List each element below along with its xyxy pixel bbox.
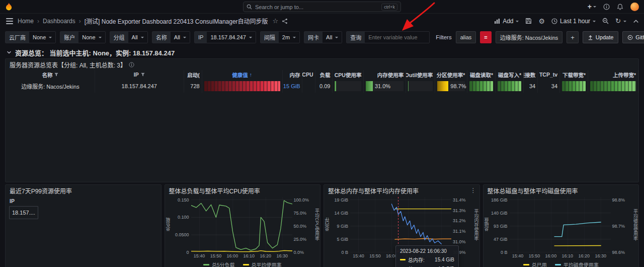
column-header[interactable]: 内存使用率 xyxy=(364,70,406,79)
column-header[interactable]: TCP_tv xyxy=(538,70,560,79)
disk-chart-panel: 整体总磁盘与整体平均磁盘使用率 总磁盘 186 GiB140 GiB93 GiB… xyxy=(483,184,639,267)
variable-label: 间隔 xyxy=(261,32,279,43)
variable-control[interactable]: 间隔2m xyxy=(260,31,300,43)
row-header[interactable]: 资源总览： 当前选中主机: None，实例: 18.157.84.247 xyxy=(0,46,644,58)
variable-control[interactable]: 分组All xyxy=(110,31,148,43)
user-avatar[interactable] xyxy=(630,3,639,11)
table-cell xyxy=(560,79,588,93)
panel-header[interactable]: 整体总负载与整体平均CPU使用率 xyxy=(165,185,320,196)
p99-ip-cell[interactable]: 18.157.... xyxy=(9,206,38,219)
search-shortcut: ctrl+k xyxy=(381,4,397,11)
panel-header[interactable]: 整体总内存与整体平均内存使用率 xyxy=(324,185,479,196)
column-header[interactable]: 名称 xyxy=(6,70,95,79)
dashboard-settings-button[interactable]: ⚙ xyxy=(538,18,545,25)
variable-control[interactable]: 名称All xyxy=(152,31,190,43)
column-header[interactable]: CPU使用率 xyxy=(333,70,364,79)
legend-item[interactable]: 总平均使用率 xyxy=(243,261,282,267)
variable-value-dropdown[interactable]: None xyxy=(29,32,55,43)
column-header[interactable]: 内存 xyxy=(283,70,303,79)
grafana-dashboard: Search or jump to... ctrl+k + xyxy=(0,0,644,267)
bottom-panel-row: 最近7天P99资源使用率 IP 18.157.... 整体总负载与整体平均CPU… xyxy=(5,184,639,267)
filter-icon[interactable] xyxy=(141,73,145,77)
panel-title: 整体总内存与整体平均内存使用率 xyxy=(328,186,419,195)
column-header[interactable]: 下载带宽* xyxy=(560,70,588,79)
p99-column-header[interactable]: IP xyxy=(6,196,161,204)
chevron-down-icon xyxy=(99,37,102,40)
share-icon[interactable] xyxy=(282,18,288,24)
update-button[interactable]: Update xyxy=(583,31,618,43)
breadcrumb-home[interactable]: Home xyxy=(18,18,34,25)
chart-plot-area[interactable] xyxy=(350,197,451,252)
legend-item[interactable]: 总5分负载 xyxy=(203,261,235,267)
column-header[interactable]: IP xyxy=(95,70,184,79)
variable-value-dropdown[interactable]: None xyxy=(78,32,105,43)
github-button[interactable]: Github xyxy=(622,31,644,43)
variable-control[interactable]: 账户None xyxy=(60,31,105,43)
legend-item[interactable]: 总已用 xyxy=(523,261,547,267)
column-header[interactable]: 负载 xyxy=(315,70,333,79)
column-header[interactable]: 上传带宽* xyxy=(588,70,638,79)
adhoc-filter-operator[interactable]: = xyxy=(480,31,491,43)
table-cell xyxy=(467,79,496,93)
breadcrumb-dashboard-title[interactable]: [测试] Node Exporter Dashboard 220413 Cons… xyxy=(85,17,268,25)
breadcrumb-chevron-icon: › xyxy=(37,18,39,25)
search-input[interactable]: Search or jump to... ctrl+k xyxy=(243,2,401,12)
chart-plot-area[interactable] xyxy=(510,197,611,252)
refresh-button[interactable]: ↻ xyxy=(615,18,626,24)
notifications-bell-icon[interactable] xyxy=(617,4,623,10)
panel-title: 整体总负载与整体平均CPU使用率 xyxy=(169,186,260,195)
column-header[interactable]: 健康值↑ xyxy=(202,70,283,79)
variable-value-dropdown[interactable]: All xyxy=(171,32,190,43)
breadcrumb-dashboards[interactable]: Dashboards xyxy=(43,18,75,25)
variable-value-dropdown[interactable]: All xyxy=(323,32,342,43)
menu-toggle-button[interactable] xyxy=(6,21,13,22)
variable-control[interactable]: 网卡All xyxy=(304,31,342,43)
hide-controls-button[interactable] xyxy=(633,19,639,24)
table-cell[interactable]: 边缘服务: Nacos/Jekins xyxy=(6,79,95,93)
bell-icon xyxy=(617,4,623,10)
filter-icon[interactable] xyxy=(54,73,58,77)
column-header[interactable]: CPU xyxy=(302,70,315,79)
new-menu-button[interactable]: + xyxy=(588,3,596,10)
panel-menu-kebab-icon[interactable]: ⋮ xyxy=(470,187,476,194)
chevron-down-icon xyxy=(249,37,252,40)
column-header[interactable]: 分区使用率* xyxy=(435,70,467,79)
table-cell xyxy=(202,79,283,93)
column-header[interactable]: 磁盘读取* xyxy=(467,70,496,79)
time-range-picker[interactable]: Last 1 hour xyxy=(551,18,596,25)
legend-item[interactable]: 平均磁盘使用率 xyxy=(555,261,599,267)
panel-title: 服务器资源总览表【分组: All, 主机总数: 3】 xyxy=(10,60,126,69)
variable-control[interactable]: 云厂商None xyxy=(5,31,56,43)
zoom-out-button[interactable] xyxy=(602,18,609,24)
column-header[interactable]: 磁盘写入* xyxy=(496,70,524,79)
variable-value-dropdown[interactable]: 2m xyxy=(279,32,299,43)
panel-header[interactable]: 服务器资源总览表【分组: All, 主机总数: 3】 xyxy=(6,59,638,70)
query-variable[interactable]: 查询 xyxy=(346,31,430,43)
help-icon[interactable] xyxy=(603,4,610,10)
gauge-bar xyxy=(469,81,493,91)
column-header[interactable]: 连接数 xyxy=(524,70,538,79)
query-variable-input[interactable] xyxy=(365,32,429,43)
favorite-star-icon[interactable]: ☆ xyxy=(273,17,279,25)
chart-plot-area[interactable] xyxy=(191,197,292,252)
column-header[interactable]: IOutil使用率 xyxy=(406,70,435,79)
variable-control[interactable]: IP18.157.84.247 xyxy=(194,31,256,43)
panel-header[interactable]: 最近7天P99资源使用率 xyxy=(6,185,161,196)
chevron-down-icon xyxy=(623,21,626,24)
adhoc-filter-key[interactable]: alias xyxy=(456,31,476,43)
column-header[interactable]: 启动( xyxy=(184,70,202,79)
left-axis-ticks: 186 GiB140 GiB93 GiB47 GiB0 B xyxy=(490,197,510,252)
variables-bar: 云厂商None账户None分组All名称AllIP18.157.84.247间隔… xyxy=(0,28,644,46)
save-dashboard-button[interactable] xyxy=(525,18,532,24)
left-axis-label: 总磁盘 xyxy=(484,197,490,252)
add-panel-button[interactable]: Add xyxy=(494,18,519,25)
variable-value-dropdown[interactable]: 18.157.84.247 xyxy=(207,32,255,43)
gauge-track: 98.7% xyxy=(437,81,465,91)
variable-value-dropdown[interactable]: All xyxy=(128,32,147,43)
adhoc-add-filter-button[interactable]: + xyxy=(567,31,579,43)
panel-header[interactable]: 整体总磁盘与整体平均磁盘使用率 xyxy=(484,185,639,196)
adhoc-filter-value[interactable]: 边缘服务: Nacos/Jekins xyxy=(496,31,563,43)
sort-ascending-icon: ↑ xyxy=(250,72,252,78)
save-icon xyxy=(525,18,532,24)
grafana-logo[interactable] xyxy=(5,3,13,11)
